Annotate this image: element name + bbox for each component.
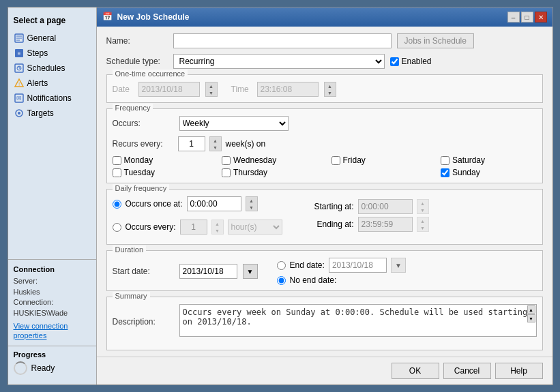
friday-checkbox[interactable] <box>331 156 340 165</box>
description-row: Description: Occurs every week on Sunday… <box>113 304 537 339</box>
wednesday-checkbox[interactable] <box>222 156 231 165</box>
end-date-input <box>329 258 387 273</box>
tuesday-checkbox[interactable] <box>113 168 121 177</box>
occurs-select[interactable]: Daily Weekly Monthly <box>179 116 289 131</box>
one-time-content: Date ▲ ▼ Time ▲ ▼ <box>113 82 537 97</box>
start-date-cal-button[interactable]: ▼ <box>243 264 258 279</box>
view-connection-properties-link[interactable]: View connection properties <box>14 322 68 340</box>
summary-legend: Summary <box>113 292 150 300</box>
monday-label: Monday <box>124 155 153 165</box>
cancel-button[interactable]: Cancel <box>443 363 491 379</box>
time-spin-up: ▲ <box>325 82 336 89</box>
time-spin-down: ▼ <box>325 89 336 96</box>
thursday-label: Thursday <box>233 168 267 177</box>
date-spin-down: ▼ <box>206 89 217 96</box>
frequency-legend: Frequency <box>113 104 153 112</box>
progress-title: Progress <box>14 350 91 359</box>
recurs-spin-down[interactable]: ▼ <box>210 144 221 151</box>
occurs-once-spin-down[interactable]: ▼ <box>246 204 257 211</box>
progress-status: Ready <box>31 363 55 373</box>
daily-right: Starting at: ▲ ▼ Ending at: <box>310 199 429 239</box>
maximize-button[interactable]: □ <box>521 12 533 22</box>
sidebar-item-general[interactable]: General <box>8 31 96 46</box>
start-date-input[interactable] <box>179 264 237 279</box>
svg-text:≡: ≡ <box>17 50 20 57</box>
minimize-button[interactable]: – <box>507 12 520 22</box>
daily-freq-content: Occurs once at: ▲ ▼ Occurs every <box>113 196 537 239</box>
general-icon <box>14 33 25 44</box>
dialog-area: 📅 New Job Schedule – □ ✕ Name: Jobs in S… <box>97 7 552 385</box>
occurs-every-spin-down: ▼ <box>212 227 223 234</box>
schedule-type-row: Schedule type: Recurring One time Start … <box>106 54 543 69</box>
enabled-label: Enabled <box>402 57 432 66</box>
occurs-once-spin-up[interactable]: ▲ <box>246 197 257 204</box>
monday-checkbox[interactable] <box>113 156 121 165</box>
alerts-icon: ! <box>14 78 25 89</box>
sidebar-item-targets[interactable]: Targets <box>8 106 96 121</box>
recurs-label: Recurs every: <box>113 139 174 149</box>
recurs-input[interactable] <box>178 136 205 151</box>
occurs-every-label: Occurs every: <box>126 222 176 232</box>
close-button[interactable]: ✕ <box>535 12 547 22</box>
sidebar-item-steps[interactable]: ≡ Steps <box>8 46 96 61</box>
recurs-spin-up[interactable]: ▲ <box>210 137 221 144</box>
targets-icon <box>14 108 25 119</box>
thursday-checkbox[interactable] <box>222 168 231 177</box>
steps-icon: ≡ <box>14 48 25 59</box>
connection-section: Connection Server: Huskies Connection: H… <box>8 259 96 346</box>
occurs-every-value-input <box>180 220 207 235</box>
recurs-row: Recurs every: ▲ ▼ week(s) on <box>113 136 537 151</box>
wednesday-label: Wednesday <box>233 155 276 165</box>
server-label: Server: <box>14 276 91 286</box>
occurs-once-row: Occurs once at: ▲ ▼ <box>113 196 282 211</box>
description-textarea[interactable]: Occurs every week on Sunday at 0:00:00. … <box>179 304 537 337</box>
sidebar-item-schedules[interactable]: Schedules <box>8 61 96 76</box>
sidebar-item-notifications[interactable]: ✉ Notifications <box>8 91 96 106</box>
svg-text:!: ! <box>18 81 19 87</box>
progress-section: Progress Ready <box>8 346 96 379</box>
date-spin-up: ▲ <box>206 82 217 89</box>
jobs-in-schedule-button[interactable]: Jobs in Schedule <box>397 33 474 48</box>
end-date-label: End date: <box>290 260 325 270</box>
time-input <box>257 82 319 97</box>
duration-content: Start date: ▼ End date: ▼ <box>113 258 537 285</box>
ending-at-input <box>358 217 413 232</box>
schedule-type-select[interactable]: Recurring One time Start automatically w… <box>173 54 385 69</box>
notifications-icon: ✉ <box>14 93 25 104</box>
occ-row: Date ▲ ▼ Time ▲ ▼ <box>113 82 537 97</box>
ending-at-spinner: ▲ ▼ <box>417 217 429 232</box>
outer-window: Select a page General ≡ Steps Schedules <box>0 0 560 392</box>
dialog-title-text: New Job Schedule <box>117 12 190 22</box>
occurs-once-time-input[interactable] <box>187 196 241 211</box>
titlebar-buttons: – □ ✕ <box>507 12 547 22</box>
dialog-content: Name: Jobs in Schedule Schedule type: Re… <box>97 27 552 357</box>
sunday-checkbox[interactable] <box>441 168 450 177</box>
ending-at-spin-up: ▲ <box>417 217 428 224</box>
days-grid: Monday Wednesday Friday <box>113 155 537 177</box>
connection-value: HUSKIES\Wade <box>14 308 91 318</box>
saturday-checkbox[interactable] <box>441 156 450 165</box>
wednesday-item: Wednesday <box>222 155 318 165</box>
occurs-every-radio[interactable] <box>113 223 121 232</box>
daily-frequency-group: Daily frequency Occurs once at: ▲ <box>106 189 543 245</box>
dialog-titlebar: 📅 New Job Schedule – □ ✕ <box>97 7 552 27</box>
ending-at-row: Ending at: ▲ ▼ <box>310 217 429 232</box>
server-value: Huskies <box>14 287 91 297</box>
dialog-title-left: 📅 New Job Schedule <box>102 12 190 22</box>
sidebar-label-notifications: Notifications <box>27 93 72 103</box>
occurs-once-radio[interactable] <box>113 200 121 209</box>
help-button[interactable]: Help <box>495 363 543 379</box>
no-end-date-radio[interactable] <box>277 276 286 285</box>
sidebar-label-general: General <box>27 33 57 43</box>
desc-scroll-down[interactable]: ▼ <box>527 314 535 322</box>
thursday-item: Thursday <box>222 168 318 177</box>
recurs-spinner: ▲ ▼ <box>209 136 222 151</box>
desc-scroll-up[interactable]: ▲ <box>527 305 535 314</box>
end-date-radio[interactable] <box>277 261 286 270</box>
starting-at-label: Starting at: <box>310 202 354 211</box>
sidebar-item-alerts[interactable]: ! Alerts <box>8 76 96 91</box>
name-input[interactable] <box>173 33 392 48</box>
enabled-checkbox[interactable] <box>390 57 399 66</box>
ok-button[interactable]: OK <box>392 363 439 379</box>
one-time-legend: One-time occurrence <box>113 70 188 78</box>
